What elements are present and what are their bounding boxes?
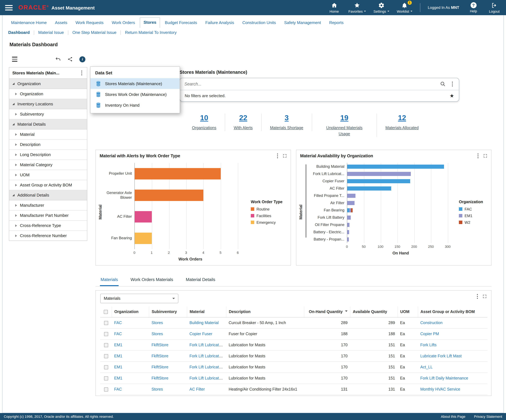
panel-menu-button[interactable] [12,57,20,62]
bar-air-filter[interactable] [347,201,454,205]
link-organization[interactable]: FAC [114,387,122,391]
link-organization[interactable]: FAC [114,320,122,325]
subnav-return-material-to-inventory[interactable]: Return Material To Inventory [121,30,181,35]
chart-menu-icon[interactable] [478,155,479,156]
link-organization[interactable]: FAC [114,332,122,336]
filter-item-manufacturer[interactable]: Manufacturer [9,200,87,210]
tab-maintenance-home[interactable]: Maintenance Home [8,18,50,28]
search-input[interactable] [184,82,435,86]
link-asset_group[interactable]: Monthly HVAC Service [420,387,460,391]
tab-work-orders[interactable]: Work Orders [108,18,139,28]
col-header-asset-group-or-activity-bom[interactable]: Asset Group or Activity BOM [418,306,487,317]
link-subinventory[interactable]: FklftStore [152,365,168,369]
info-button[interactable]: i [79,56,85,62]
chart-scrollbar[interactable] [305,164,307,237]
logout-button[interactable]: Logout [488,2,501,13]
filter-item-subinventory[interactable]: Subinventory [9,109,87,119]
dataset-item-inventory-on-hand[interactable]: Inventory On Hand [90,100,180,110]
link-subinventory[interactable]: FklftStore [152,376,168,380]
link-material[interactable]: Fork Lift Lubrication [189,376,224,380]
tab-budget-forecasts[interactable]: Budget Forecasts [161,18,201,28]
kebab-icon[interactable] [81,73,82,74]
col-header-uom[interactable]: UOM [398,306,418,317]
link-material[interactable]: Fork Lift Lubrication [189,365,224,369]
undo-button[interactable] [55,56,61,62]
share-button[interactable] [67,56,73,62]
link-asset_group[interactable]: Construction [420,320,442,325]
kpi-value-link[interactable]: 3 [285,114,289,122]
subnav-one-step-material-issue[interactable]: One Step Material Issue [68,30,121,35]
bar-battery-propan[interactable] [347,237,454,241]
filter-group-organization[interactable]: Organization [9,79,87,89]
filter-group-material-details[interactable]: Material Details [9,119,87,129]
tab-stores[interactable]: Stores [140,17,160,28]
link-subinventory[interactable]: Stores [152,387,163,391]
col-header-available-quantity[interactable]: Available Quantity [350,306,398,317]
kpi-label-link[interactable]: Materials Allocated [386,125,419,131]
link-organization[interactable]: EM1 [114,343,122,347]
table-menu-icon[interactable] [477,296,478,297]
kpi-label-link[interactable]: With Alerts [234,125,253,131]
dataset-item-stores-work-order-maintenance[interactable]: Stores Work Order (Maintenance) [90,89,180,100]
filter-group-additional-details[interactable]: Additional Details [9,190,87,200]
kpi-value-link[interactable]: 12 [398,114,406,122]
row-checkbox[interactable] [104,354,108,358]
filter-panel-header[interactable]: Stores Materials (Main... [9,68,87,79]
tab-safety-management[interactable]: Safety Management [281,18,325,28]
bar-copier-fuser[interactable] [347,179,454,183]
tab-assets[interactable]: Assets [51,18,71,28]
select-all-header[interactable] [100,306,112,317]
filter-item-asset-group-or-activity-bom[interactable]: Asset Group or Activity BOM [9,180,87,190]
worklist-button[interactable]: 1 Worklist [397,2,412,13]
tab-work-requests[interactable]: Work Requests [72,18,107,28]
link-organization[interactable]: EM1 [114,365,122,369]
filter-group-inventory-locations[interactable]: Inventory Locations [9,99,87,109]
filter-item-description[interactable]: Description [9,140,87,150]
dataset-item-stores-materials-maintenance[interactable]: Stores Materials (Maintenance) [90,78,180,89]
content-tab-work-orders-materials[interactable]: Work Orders Materials [130,274,174,286]
kpi-value-link[interactable]: 22 [239,114,247,122]
bar-building-material[interactable] [347,164,454,169]
search-icon[interactable] [440,81,446,87]
bar-ac-filter[interactable] [135,211,246,222]
bar-fan-bearing[interactable] [347,208,454,212]
link-subinventory[interactable]: Stores [152,332,163,336]
link-asset_group[interactable]: Fork Lifts [420,343,437,347]
link-material[interactable]: Fork Lift Lubrication [189,354,224,358]
row-checkbox[interactable] [104,332,108,336]
link-material[interactable]: Fork Lift Lubrication [189,343,224,347]
link-organization[interactable]: EM1 [114,376,122,380]
row-checkbox[interactable] [104,376,108,380]
privacy-statement-link[interactable]: Privacy Statement [474,415,502,418]
kpi-value-link[interactable]: 10 [200,114,208,122]
link-asset_group[interactable]: Fork Lift Daily Maintenance [420,376,468,380]
link-material[interactable]: Copier Fuser [189,332,212,336]
kpi-value-link[interactable]: 19 [340,114,348,122]
bar-ac-filter[interactable] [347,186,454,190]
content-tab-material-details[interactable]: Material Details [185,274,216,286]
about-this-page-link[interactable]: About this Page [441,415,465,418]
bar-filled-propane-t[interactable] [347,194,454,198]
link-asset_group[interactable]: Act_LL [420,365,433,369]
filter-item-organization[interactable]: Organization [9,89,87,99]
filter-item-material-category[interactable]: Material Category [9,160,87,170]
expand-icon[interactable] [483,154,487,158]
col-header-organization[interactable]: Organization [112,306,149,317]
bar-battery-electric[interactable] [347,230,454,234]
content-tab-materials[interactable]: Materials [100,274,119,286]
subnav-material-issue[interactable]: Material Issue [34,30,68,35]
filter-item-uom[interactable]: UOM [9,170,87,180]
home-button[interactable]: Home [327,2,341,13]
bar-propeller-unit[interactable] [135,168,246,179]
filter-item-material[interactable]: Material [9,129,87,140]
link-material[interactable]: Building Material [189,320,219,325]
tab-reports[interactable]: Reports [326,18,347,28]
help-button[interactable]: ? Help [467,2,480,13]
favorite-star-icon[interactable]: ★ [450,93,454,98]
col-header-material[interactable]: Material [187,306,226,317]
bar-fan-bearing[interactable] [135,232,246,244]
subnav-dashboard[interactable]: Dashboard [7,30,34,35]
col-header-description[interactable]: Description [226,306,304,317]
expand-icon[interactable] [283,154,287,158]
filter-item-cross-reference-number[interactable]: Cross-Reference Number [9,231,87,241]
